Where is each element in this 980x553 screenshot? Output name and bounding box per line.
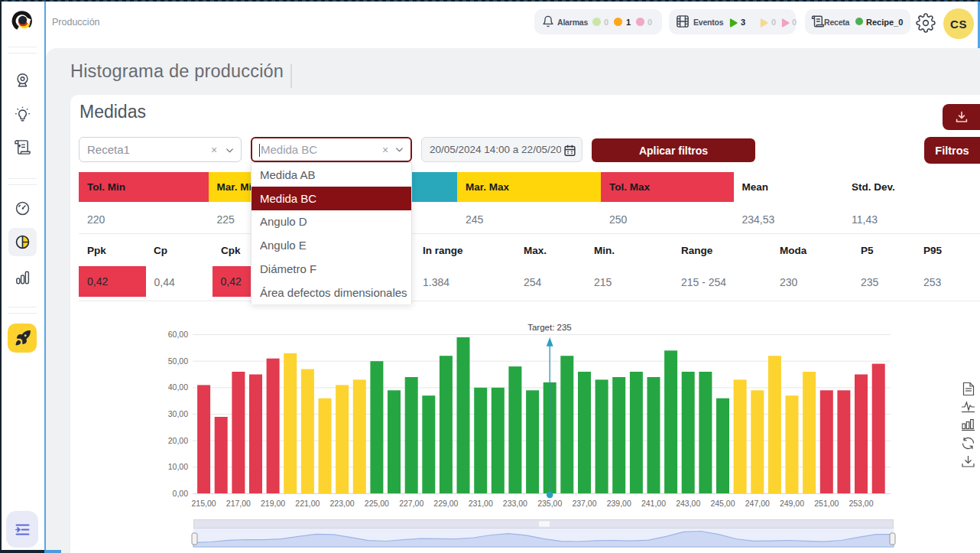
svg-text:233,00: 233,00	[503, 499, 527, 508]
svg-text:223,00: 223,00	[330, 499, 355, 508]
svg-text:60,00: 60,00	[168, 330, 188, 339]
svg-text:40,00: 40,00	[168, 382, 188, 392]
svg-text:247,00: 247,00	[745, 499, 770, 508]
svg-text:215,00: 215,00	[192, 499, 216, 508]
svg-text:219,00: 219,00	[261, 499, 285, 508]
svg-text:0,00: 0,00	[173, 489, 189, 498]
svg-text:30,00: 30,00	[168, 409, 188, 418]
svg-text:249,00: 249,00	[780, 499, 804, 508]
svg-text:251,00: 251,00	[814, 499, 839, 508]
svg-text:229,00: 229,00	[433, 499, 458, 508]
svg-text:253,00: 253,00	[849, 499, 873, 508]
svg-text:221,00: 221,00	[295, 499, 320, 508]
svg-text:237,00: 237,00	[572, 499, 596, 508]
svg-text:243,00: 243,00	[676, 499, 700, 508]
svg-text:225,00: 225,00	[365, 499, 389, 508]
svg-text:231,00: 231,00	[469, 499, 493, 508]
svg-text:227,00: 227,00	[399, 499, 423, 508]
svg-text:50,00: 50,00	[168, 356, 188, 366]
svg-text:235,00: 235,00	[537, 499, 562, 508]
svg-text:245,00: 245,00	[710, 499, 735, 508]
svg-text:239,00: 239,00	[607, 499, 631, 508]
svg-text:241,00: 241,00	[641, 499, 666, 508]
svg-text:10,00: 10,00	[168, 462, 188, 471]
svg-text:20,00: 20,00	[168, 436, 188, 445]
svg-text:Target: 235: Target: 235	[527, 323, 572, 332]
svg-text:217,00: 217,00	[226, 499, 251, 508]
